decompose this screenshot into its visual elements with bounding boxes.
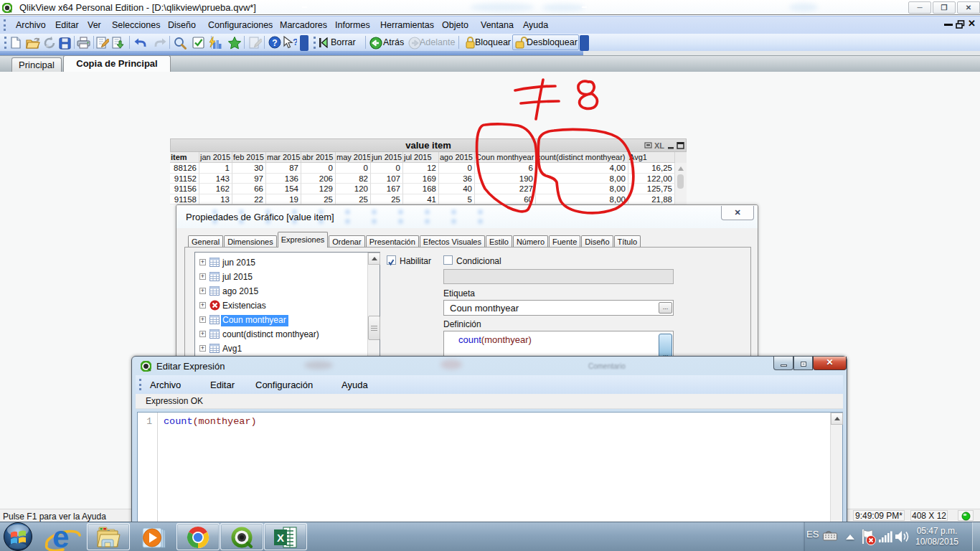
svg-text:XL: XL [654,142,664,150]
svg-text:?: ? [293,37,297,47]
svg-text:X: X [277,532,284,544]
svg-text:e: e [52,523,69,551]
svg-text:?: ? [272,38,277,48]
